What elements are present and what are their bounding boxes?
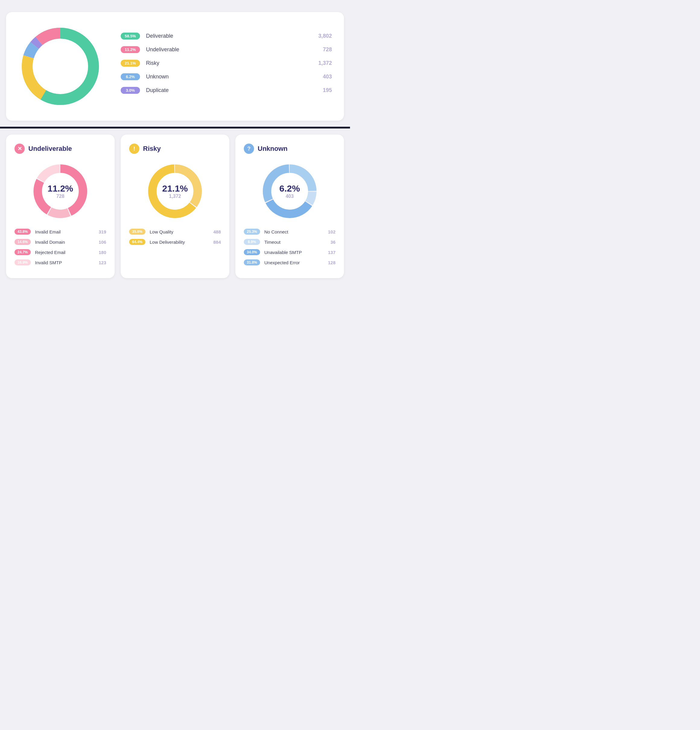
sub-count-1-1: 884 <box>213 239 221 245</box>
sub-name-2-1: Timeout <box>264 239 330 245</box>
card-title-2: ? Unknown <box>244 144 336 154</box>
sub-item-0-1: 14.6% Invalid Domain 106 <box>15 239 106 245</box>
sub-name-0-2: Rejected Email <box>35 250 99 255</box>
detail-card-2: ? Unknown 6.2% 403 25.3% No Connect 102 … <box>235 134 344 278</box>
small-pct-0: 11.2% <box>47 183 73 194</box>
legend-badge-1: 11.2% <box>121 46 140 53</box>
top-summary-card: 58.5% Deliverable 3,802 11.2% Undelivera… <box>6 12 344 121</box>
sub-item-0-2: 24.7% Rejected Email 180 <box>15 249 106 255</box>
detail-cards-grid: ✕ Undeliverable 11.2% 728 43.8% Invalid … <box>6 134 344 278</box>
legend-badge-3: 6.2% <box>121 73 140 80</box>
card-title-text-0: Undeliverable <box>28 145 72 153</box>
sub-legend-2: 25.3% No Connect 102 8.9% Timeout 36 34.… <box>244 229 336 266</box>
small-donut-center-1: 21.1% 1,372 <box>162 183 188 199</box>
legend-badge-2: 21.1% <box>121 60 140 67</box>
sub-count-0-1: 106 <box>99 239 106 245</box>
small-donut-center-2: 6.2% 403 <box>279 183 300 199</box>
sub-item-1-1: 64.4% Low Deliverability 884 <box>129 239 221 245</box>
legend-item-2: 21.1% Risky 1,372 <box>121 60 332 67</box>
small-donut-1: 21.1% 1,372 <box>145 161 205 221</box>
sub-badge-0-3: 16.9% <box>15 260 31 266</box>
detail-card-1: ! Risky 21.1% 1,372 35.6% Low Quality 48… <box>121 134 229 278</box>
main-donut-chart <box>18 24 102 109</box>
legend-count-3: 403 <box>323 74 332 80</box>
small-num-1: 1,372 <box>162 194 188 199</box>
card-icon-0: ✕ <box>15 144 25 154</box>
sub-name-0-3: Invalid SMTP <box>35 260 99 265</box>
card-title-text-1: Risky <box>143 145 161 153</box>
sub-badge-1-1: 64.4% <box>129 239 145 245</box>
sub-name-1-1: Low Deliverability <box>150 239 213 245</box>
sub-count-2-3: 128 <box>328 260 336 265</box>
legend-item-4: 3.0% Duplicate 195 <box>121 87 332 94</box>
legend-name-4: Duplicate <box>146 87 323 93</box>
sub-item-2-1: 8.9% Timeout 36 <box>244 239 336 245</box>
legend-name-0: Deliverable <box>146 33 318 39</box>
sub-count-2-2: 137 <box>328 250 336 255</box>
sub-badge-1-0: 35.6% <box>129 229 145 235</box>
sub-count-0-0: 319 <box>99 229 106 234</box>
small-pct-1: 21.1% <box>162 183 188 194</box>
small-donut-center-0: 11.2% 728 <box>47 183 73 199</box>
legend-name-3: Unknown <box>146 74 323 80</box>
sub-badge-0-0: 43.8% <box>15 229 31 235</box>
sub-badge-0-1: 14.6% <box>15 239 31 245</box>
sub-badge-0-2: 24.7% <box>15 249 31 255</box>
sub-count-2-0: 102 <box>328 229 336 234</box>
sub-item-0-3: 16.9% Invalid SMTP 123 <box>15 260 106 266</box>
sub-count-0-3: 123 <box>99 260 106 265</box>
sub-badge-2-3: 31.8% <box>244 260 260 266</box>
section-divider <box>0 127 350 128</box>
detail-card-0: ✕ Undeliverable 11.2% 728 43.8% Invalid … <box>6 134 115 278</box>
legend-badge-0: 58.5% <box>121 32 140 39</box>
sub-badge-2-1: 8.9% <box>244 239 260 245</box>
legend-badge-4: 3.0% <box>121 87 140 94</box>
card-title-1: ! Risky <box>129 144 221 154</box>
legend-name-1: Undeliverable <box>146 47 323 53</box>
sub-legend-1: 35.6% Low Quality 488 64.4% Low Delivera… <box>129 229 221 245</box>
sub-count-2-1: 36 <box>330 239 336 245</box>
small-donut-0: 11.2% 728 <box>30 161 91 221</box>
sub-count-0-2: 180 <box>99 250 106 255</box>
legend-name-2: Risky <box>146 60 318 66</box>
legend-item-3: 6.2% Unknown 403 <box>121 73 332 80</box>
sub-name-0-1: Invalid Domain <box>35 239 99 245</box>
legend-item-1: 11.2% Undeliverable 728 <box>121 46 332 53</box>
sub-badge-2-0: 25.3% <box>244 229 260 235</box>
sub-legend-0: 43.8% Invalid Email 319 14.6% Invalid Do… <box>15 229 106 266</box>
card-icon-1: ! <box>129 144 139 154</box>
sub-name-2-2: Unavailable SMTP <box>264 250 328 255</box>
sub-name-2-0: No Connect <box>264 229 328 234</box>
legend-item-0: 58.5% Deliverable 3,802 <box>121 32 332 39</box>
sub-name-0-0: Invalid Email <box>35 229 99 234</box>
sub-name-1-0: Low Quality <box>150 229 213 234</box>
sub-name-2-3: Unexpected Error <box>264 260 328 265</box>
sub-item-2-0: 25.3% No Connect 102 <box>244 229 336 235</box>
main-legend: 58.5% Deliverable 3,802 11.2% Undelivera… <box>121 32 332 101</box>
legend-count-1: 728 <box>323 47 332 53</box>
sub-badge-2-2: 34.0% <box>244 249 260 255</box>
sub-item-2-3: 31.8% Unexpected Error 128 <box>244 260 336 266</box>
small-donut-2: 6.2% 403 <box>260 161 320 221</box>
card-title-text-2: Unknown <box>258 145 288 153</box>
card-title-0: ✕ Undeliverable <box>15 144 106 154</box>
sub-count-1-0: 488 <box>213 229 221 234</box>
legend-count-2: 1,372 <box>318 60 332 66</box>
sub-item-2-2: 34.0% Unavailable SMTP 137 <box>244 249 336 255</box>
small-num-2: 403 <box>279 194 300 199</box>
small-num-0: 728 <box>47 194 73 199</box>
small-pct-2: 6.2% <box>279 183 300 194</box>
legend-count-0: 3,802 <box>318 33 332 39</box>
legend-count-4: 195 <box>323 87 332 93</box>
card-icon-2: ? <box>244 144 254 154</box>
sub-item-1-0: 35.6% Low Quality 488 <box>129 229 221 235</box>
sub-item-0-0: 43.8% Invalid Email 319 <box>15 229 106 235</box>
